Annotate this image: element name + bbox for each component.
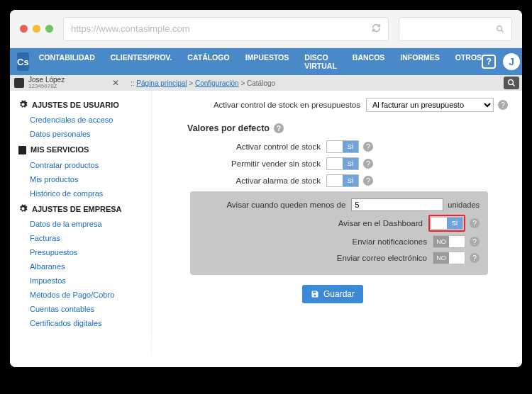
sidebar-item-impuestos[interactable]: Impuestos: [10, 274, 151, 288]
nav-contabilidad[interactable]: CONTABILIDAD: [39, 53, 95, 70]
close-user-icon[interactable]: ✕: [112, 78, 119, 88]
svg-line-1: [501, 30, 504, 32]
alert-panel: Avisar cuando queden menos de unidades A…: [190, 191, 488, 275]
nav-disco[interactable]: DISCO VIRTUAL: [304, 53, 337, 70]
sidebar-item-certificados[interactable]: Certificados digitales: [10, 316, 151, 330]
nav-catalogo[interactable]: CATÁLOGO: [187, 53, 229, 70]
sidebar: AJUSTES DE USUARIO Credenciales de acces…: [10, 91, 152, 367]
search-icon: [496, 25, 504, 33]
label-notificaciones: Enviar notificaciones: [199, 237, 433, 246]
close-dot[interactable]: [20, 25, 28, 33]
help-icon[interactable]: ?: [498, 100, 508, 110]
crumb-current: Catálogo: [247, 79, 275, 87]
crumb-config[interactable]: Configuración: [195, 79, 239, 87]
window-dots: [20, 25, 53, 33]
help-icon[interactable]: ?: [363, 159, 373, 169]
highlight: SÍ: [428, 215, 465, 232]
label-units: unidades: [448, 201, 480, 209]
sidebar-item-facturas[interactable]: Facturas: [10, 231, 151, 245]
minimize-dot[interactable]: [33, 25, 40, 33]
browser-bar: https://www.contasimple.com: [10, 10, 522, 48]
user-icon: [14, 78, 24, 88]
app-logo[interactable]: Cs: [17, 52, 29, 71]
svg-point-0: [497, 26, 502, 30]
help-icon[interactable]: ?: [470, 237, 480, 247]
label-avisar-dashboard: Avisar en el Dashboard: [199, 219, 428, 227]
svg-line-3: [513, 84, 515, 86]
subheader: Jose López 12345678Z ✕ :: Página princip…: [10, 75, 522, 91]
help-icon[interactable]: ?: [274, 123, 284, 133]
toggle-correo[interactable]: NO: [433, 252, 465, 264]
content: Activar control de stock en presupuestos…: [152, 91, 522, 367]
label-alarma-stock: Activar alarma de stock: [157, 176, 326, 185]
main-nav: Cs CONTABILIDAD CLIENTES/PROV. CATÁLOGO …: [10, 48, 522, 75]
refresh-icon[interactable]: [372, 23, 381, 35]
sidebar-item-mis-productos[interactable]: Mis productos: [10, 172, 151, 186]
toggle-alarma-stock[interactable]: SÍ: [326, 174, 359, 187]
help-icon[interactable]: ?: [470, 218, 480, 228]
sidebar-item-albaranes[interactable]: Albaranes: [10, 259, 151, 274]
browser-search[interactable]: [399, 17, 512, 41]
url-bar[interactable]: https://www.contasimple.com: [63, 17, 389, 41]
help-icon[interactable]: ?: [470, 253, 480, 263]
sidebar-item-presupuestos[interactable]: Presupuestos: [10, 245, 151, 259]
user-block: Jose López 12345678Z ✕: [10, 77, 123, 89]
nav-otros[interactable]: OTROS: [455, 53, 482, 70]
sidebar-item-credenciales[interactable]: Credenciales de acceso: [10, 113, 151, 127]
save-button[interactable]: Guardar: [302, 285, 363, 303]
sidebar-item-cuentas[interactable]: Cuentas contables: [10, 302, 151, 316]
gear-icon: [18, 204, 28, 213]
search-icon: [507, 79, 516, 87]
section-defaults: Valores por defecto ?: [187, 123, 508, 133]
sidebar-section-user: AJUSTES DE USUARIO: [10, 96, 151, 113]
label-control-stock: Activar control de stock: [157, 142, 326, 151]
url-text: https://www.contasimple.com: [71, 23, 190, 34]
nav-clientes[interactable]: CLIENTES/PROV.: [111, 53, 172, 70]
toggle-avisar-dashboard[interactable]: SÍ: [431, 217, 463, 230]
avatar[interactable]: J: [503, 53, 520, 70]
nav-informes[interactable]: INFORMES: [400, 53, 439, 70]
user-id: 12345678Z: [28, 84, 65, 89]
svg-point-2: [509, 80, 514, 85]
sidebar-item-contratar[interactable]: Contratar productos: [10, 158, 151, 172]
label-correo: Enviar correo electrónico: [199, 254, 433, 262]
sidebar-title-user: AJUSTES DE USUARIO: [32, 101, 119, 109]
label-avisar-menos: Avisar cuando queden menos de: [199, 201, 351, 209]
toggle-control-stock[interactable]: SÍ: [326, 140, 359, 153]
crumb-home[interactable]: Página principal: [136, 79, 187, 87]
sidebar-item-pago[interactable]: Métodos de Pago/Cobro: [10, 288, 151, 302]
label-vender-sin-stock: Permitir vender sin stock: [157, 159, 326, 168]
save-icon: [311, 290, 319, 298]
sidebar-item-historico[interactable]: Histórico de compras: [10, 186, 151, 201]
nav-impuestos[interactable]: IMPUESTOS: [245, 53, 289, 70]
toggle-vender-sin-stock[interactable]: SÍ: [326, 157, 359, 170]
label-stock-budget: Activar control de stock en presupuestos: [157, 101, 366, 109]
maximize-dot[interactable]: [45, 25, 53, 33]
nav-bancos[interactable]: BANCOS: [353, 53, 385, 70]
help-icon[interactable]: ?: [363, 142, 373, 152]
breadcrumb: :: Página principal > Configuración > Ca…: [123, 79, 504, 87]
gear-icon: [18, 100, 28, 109]
sidebar-title-servicios: MIS SERVICIOS: [31, 145, 89, 154]
sidebar-item-datos-personales[interactable]: Datos personales: [10, 127, 151, 141]
select-stock-budget[interactable]: Al facturar un presupuesto: [366, 98, 494, 112]
input-threshold[interactable]: [351, 198, 443, 211]
sidebar-section-empresa: AJUSTES DE EMPRESA: [10, 201, 151, 217]
search-button[interactable]: [504, 77, 519, 89]
sidebar-section-servicios: MIS SERVICIOS: [10, 141, 151, 158]
help-icon[interactable]: ?: [363, 176, 373, 186]
save-label: Guardar: [323, 289, 355, 299]
sidebar-title-empresa: AJUSTES DE EMPRESA: [32, 205, 122, 213]
sidebar-item-datos-empresa[interactable]: Datos de la empresa: [10, 217, 151, 231]
bag-icon: [18, 146, 26, 154]
help-icon[interactable]: ?: [482, 55, 496, 69]
toggle-notificaciones[interactable]: NO: [433, 235, 465, 248]
